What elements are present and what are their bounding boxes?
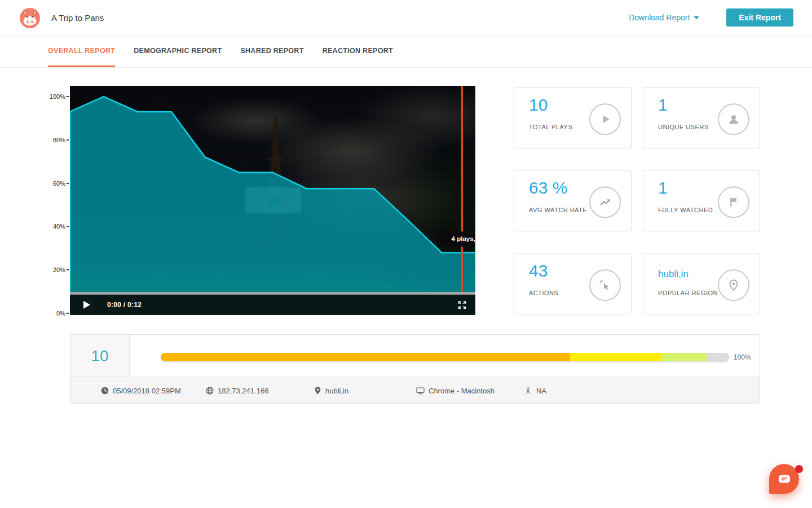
overall-report-page: A Trip to Paris Download Report Exit Rep…: [0, 0, 812, 508]
tab-reaction-report[interactable]: REACTION REPORT: [323, 36, 393, 67]
play-button[interactable]: [83, 301, 90, 309]
trend-up-icon: [589, 186, 621, 218]
location-item: hubli,in: [314, 377, 348, 404]
stat-card-popular-region: hubli,in POPULAR REGION: [643, 253, 760, 314]
y-axis-label: 20%: [53, 266, 69, 273]
hippo-logo[interactable]: [20, 8, 40, 28]
time-display: 0:00 / 0:12: [107, 301, 142, 309]
network-item: NA: [524, 377, 546, 404]
exit-report-button[interactable]: Exit Report: [726, 8, 793, 27]
clock-icon: [101, 387, 109, 395]
y-axis-label: 60%: [53, 180, 69, 187]
cursor-click-icon: [589, 269, 621, 301]
stat-card-actions: 43 ACTIONS: [514, 253, 632, 314]
browser-os-item: Chrome - Macintosh: [416, 377, 495, 404]
stat-card-total-plays: 10 TOTAL PLAYS: [514, 87, 632, 148]
y-axis-label: 0%: [56, 310, 69, 317]
big-play-button[interactable]: [245, 187, 301, 213]
tab-shared-report[interactable]: SHARED REPORT: [240, 36, 303, 67]
stats-grid: 10 TOTAL PLAYS 1 UNIQUE USERS 63 % AVG W…: [514, 87, 760, 314]
video-player[interactable]: 4 plays,00: 0:00 / 0:12: [70, 86, 475, 315]
download-report-link[interactable]: Download Report: [629, 13, 699, 22]
progress-segment: [161, 353, 570, 361]
y-axis-label: 100%: [50, 93, 69, 100]
location-icon: [314, 387, 321, 395]
chart-tooltip: 4 plays,00:: [437, 231, 475, 247]
notification-badge: [795, 465, 803, 473]
viewer-plays-cell: 10: [70, 335, 130, 377]
play-icon: [270, 194, 280, 207]
signal-tower-icon: [524, 387, 532, 395]
stat-card-unique-users: 1 UNIQUE USERS: [643, 87, 760, 148]
page-title: A Trip to Paris: [51, 13, 104, 23]
chart-playhead: [461, 86, 463, 297]
globe-icon: [206, 387, 214, 395]
video-controls: 0:00 / 0:12: [70, 295, 475, 315]
y-axis-label: 40%: [53, 223, 69, 230]
viewer-plays-count: 10: [91, 347, 108, 365]
viewer-detail-strip: 05/09/2018 02:59PM 182.73.241.166 hubli,…: [70, 376, 760, 404]
ip-address-item: 182.73.241.166: [206, 377, 268, 404]
play-icon: [589, 103, 621, 135]
monitor-icon: [416, 387, 425, 395]
watch-progress-bar: [161, 353, 729, 361]
stat-card-avg-watch-rate: 63 % AVG WATCH RATE: [514, 170, 632, 231]
report-tabbar: OVERALL REPORT DEMOGRAPHIC REPORT SHARED…: [0, 36, 812, 68]
y-axis-label: 80%: [53, 137, 69, 143]
viewer-row[interactable]: 10 100% 05/09/2018 02:59PM 182.73.241.16…: [70, 334, 760, 404]
progress-segment: [570, 353, 661, 361]
chat-bubble-icon: [777, 473, 792, 485]
map-pin-icon: [718, 269, 749, 301]
progress-segment: [661, 353, 707, 361]
viewed-at-item: 05/09/2018 02:59PM: [101, 377, 181, 404]
app-header: A Trip to Paris Download Report Exit Rep…: [0, 0, 812, 36]
fullscreen-button[interactable]: [457, 300, 467, 310]
user-icon: [718, 103, 749, 135]
stat-card-fully-watched: 1 FULLY WATCHED: [643, 170, 760, 231]
tab-overall-report[interactable]: OVERALL REPORT: [48, 36, 115, 67]
chart-y-axis: 100%80%60%40%20%0%: [34, 86, 69, 315]
chevron-down-icon: [694, 16, 699, 19]
flag-icon: [718, 186, 749, 218]
watch-percent-label: 100%: [734, 353, 751, 361]
tab-demographic-report[interactable]: DEMOGRAPHIC REPORT: [134, 36, 222, 67]
